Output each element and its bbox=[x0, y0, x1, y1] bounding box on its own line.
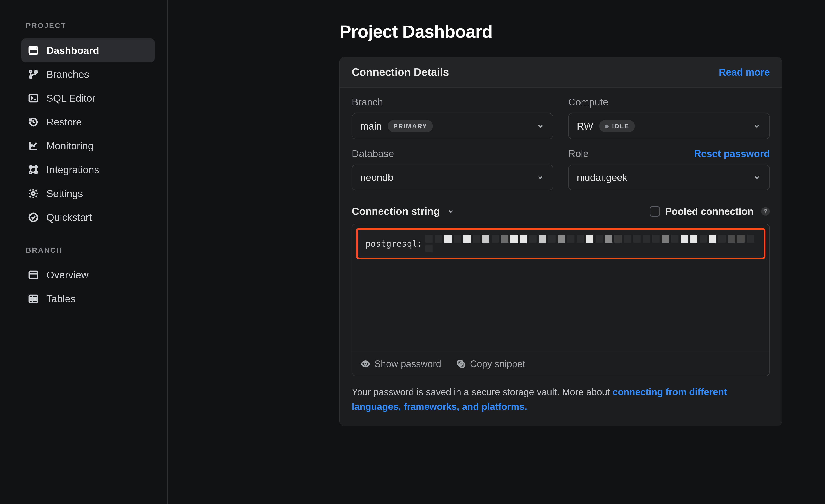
sidebar-item-label: Monitoring bbox=[47, 140, 93, 152]
sidebar-item-branches[interactable]: Branches bbox=[21, 62, 155, 86]
overview-icon bbox=[28, 270, 39, 280]
chevron-down-icon bbox=[536, 173, 545, 182]
database-value: neondb bbox=[360, 172, 393, 183]
card-body: Branch main PRIMARY Compute bbox=[340, 88, 782, 426]
page-title: Project Dashboard bbox=[340, 21, 823, 42]
show-password-label: Show password bbox=[374, 359, 441, 369]
code-filler bbox=[352, 259, 769, 352]
compute-select[interactable]: RW IDLE bbox=[568, 113, 770, 139]
compute-field: Compute RW IDLE bbox=[568, 96, 770, 139]
main: Project Dashboard Connection Details Rea… bbox=[168, 0, 825, 504]
svg-point-2 bbox=[29, 70, 31, 73]
sql-editor-icon bbox=[28, 93, 39, 103]
restore-icon bbox=[28, 117, 39, 127]
show-password-button[interactable]: Show password bbox=[361, 359, 441, 369]
connection-string-box: postgresql: bbox=[352, 224, 770, 376]
connection-string-highlight[interactable]: postgresql: bbox=[356, 228, 765, 259]
sidebar-item-integrations[interactable]: Integrations bbox=[21, 158, 155, 182]
sidebar-item-label: Restore bbox=[47, 116, 82, 128]
svg-rect-12 bbox=[29, 271, 38, 278]
read-more-link[interactable]: Read more bbox=[719, 66, 770, 78]
reset-password-link[interactable]: Reset password bbox=[694, 148, 770, 159]
sidebar: PROJECT Dashboard Branches SQL Editor Re… bbox=[0, 0, 168, 504]
copy-snippet-button[interactable]: Copy snippet bbox=[456, 359, 525, 369]
copy-icon bbox=[456, 359, 466, 369]
compute-label: Compute bbox=[568, 96, 608, 108]
sidebar-item-sql-editor[interactable]: SQL Editor bbox=[21, 86, 155, 110]
sidebar-item-restore[interactable]: Restore bbox=[21, 110, 155, 134]
monitoring-icon bbox=[28, 141, 39, 151]
svg-point-10 bbox=[32, 192, 35, 195]
sidebar-item-quickstart[interactable]: Quickstart bbox=[21, 205, 155, 229]
tables-icon bbox=[28, 293, 39, 304]
connection-details-card: Connection Details Read more Branch main… bbox=[340, 57, 782, 426]
sidebar-heading-project: PROJECT bbox=[21, 21, 155, 30]
sidebar-item-settings[interactable]: Settings bbox=[21, 182, 155, 205]
database-label: Database bbox=[352, 148, 394, 159]
sidebar-item-overview[interactable]: Overview bbox=[21, 263, 155, 287]
svg-point-3 bbox=[35, 70, 37, 73]
svg-rect-0 bbox=[29, 47, 38, 54]
primary-badge: PRIMARY bbox=[388, 120, 433, 132]
role-label: Role bbox=[568, 148, 589, 159]
pooled-connection-checkbox[interactable] bbox=[650, 206, 660, 217]
branch-select[interactable]: main PRIMARY bbox=[352, 113, 553, 139]
role-select[interactable]: niudai.geek bbox=[568, 164, 770, 190]
idle-badge: IDLE bbox=[599, 120, 635, 132]
sidebar-heading-branch: BRANCH bbox=[21, 246, 155, 255]
branch-value: main bbox=[360, 120, 382, 132]
role-field: Role Reset password niudai.geek bbox=[568, 148, 770, 190]
connection-string-prefix: postgresql: bbox=[365, 239, 423, 248]
eye-icon bbox=[361, 359, 370, 369]
branch-field: Branch main PRIMARY bbox=[352, 96, 553, 139]
svg-point-8 bbox=[35, 166, 37, 168]
compute-value: RW bbox=[577, 120, 593, 132]
chevron-down-icon bbox=[753, 122, 761, 130]
card-header: Connection Details Read more bbox=[340, 57, 782, 88]
sidebar-item-tables[interactable]: Tables bbox=[21, 287, 155, 311]
code-actions: Show password Copy snippet bbox=[352, 352, 769, 376]
dashboard-icon bbox=[28, 45, 39, 56]
sidebar-item-label: Quickstart bbox=[47, 211, 92, 223]
card-title: Connection Details bbox=[352, 66, 449, 78]
sidebar-item-label: Overview bbox=[47, 269, 88, 281]
pooled-connection-label: Pooled connection bbox=[665, 206, 753, 217]
svg-point-18 bbox=[364, 363, 367, 365]
sidebar-branch-nav: Overview Tables bbox=[21, 263, 155, 311]
sidebar-project-nav: Dashboard Branches SQL Editor Restore Mo… bbox=[21, 39, 155, 229]
password-note: Your password is saved in a secure stora… bbox=[352, 385, 770, 414]
sidebar-item-label: Dashboard bbox=[47, 45, 99, 56]
settings-icon bbox=[28, 188, 39, 199]
sidebar-item-monitoring[interactable]: Monitoring bbox=[21, 134, 155, 158]
chevron-down-icon bbox=[446, 207, 455, 216]
sidebar-item-label: SQL Editor bbox=[47, 92, 95, 104]
sidebar-item-dashboard[interactable]: Dashboard bbox=[21, 39, 155, 62]
connection-string-label: Connection string bbox=[352, 205, 440, 217]
role-value: niudai.geek bbox=[577, 172, 627, 183]
chevron-down-icon bbox=[536, 122, 545, 130]
branches-icon bbox=[28, 69, 39, 80]
chevron-down-icon bbox=[753, 173, 761, 182]
sidebar-item-label: Branches bbox=[47, 68, 89, 80]
quickstart-icon bbox=[28, 212, 39, 223]
connection-string-header: Connection string Pooled connection ? bbox=[352, 205, 770, 217]
integrations-icon bbox=[28, 164, 39, 175]
sidebar-item-label: Integrations bbox=[47, 164, 99, 175]
sidebar-item-label: Tables bbox=[47, 293, 76, 305]
svg-rect-14 bbox=[29, 295, 38, 302]
copy-snippet-label: Copy snippet bbox=[470, 359, 525, 369]
note-prefix: Your password is saved in a secure stora… bbox=[352, 387, 612, 397]
obscured-connection-string bbox=[425, 235, 756, 252]
database-field: Database neondb bbox=[352, 148, 553, 190]
branch-label: Branch bbox=[352, 96, 383, 108]
help-icon[interactable]: ? bbox=[761, 207, 770, 216]
svg-point-7 bbox=[35, 171, 37, 173]
database-select[interactable]: neondb bbox=[352, 164, 553, 190]
svg-point-6 bbox=[29, 166, 31, 168]
sidebar-item-label: Settings bbox=[47, 188, 83, 199]
connection-string-dropdown[interactable]: Connection string bbox=[352, 205, 455, 217]
svg-point-9 bbox=[29, 171, 31, 173]
